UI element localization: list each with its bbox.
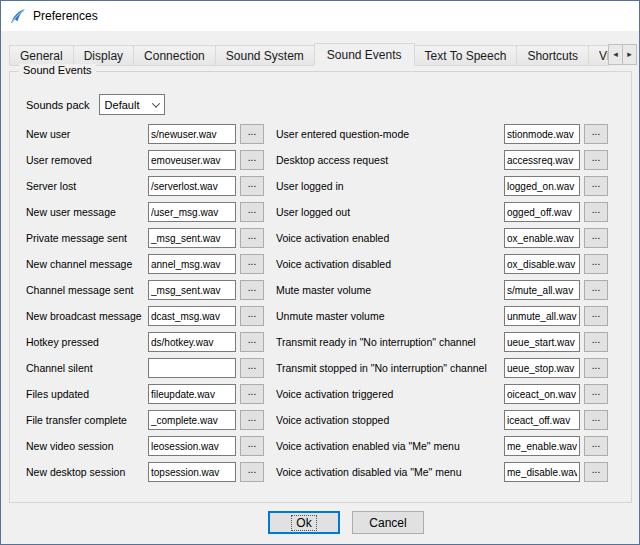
event-columns: New user...User removed...Server lost...… — [26, 124, 623, 488]
sound-event-row: New channel message... — [26, 254, 260, 274]
sound-file-input[interactable] — [148, 202, 236, 222]
sound-file-input[interactable] — [148, 150, 236, 170]
sound-event-label: Voice activation enabled — [276, 232, 500, 244]
sound-event-label: Channel silent — [26, 362, 144, 374]
browse-button[interactable]: ... — [584, 306, 608, 326]
sound-event-label: User logged in — [276, 180, 500, 192]
browse-button[interactable]: ... — [240, 462, 264, 482]
sound-file-input[interactable] — [504, 202, 580, 222]
sound-file-input[interactable] — [504, 124, 580, 144]
sound-file-input[interactable] — [504, 150, 580, 170]
sound-file-input[interactable] — [504, 436, 580, 456]
sound-event-row: Transmit stopped in "No interruption" ch… — [276, 358, 623, 378]
sound-event-label: User removed — [26, 154, 144, 166]
browse-button[interactable]: ... — [240, 358, 264, 378]
sound-event-row: Channel silent... — [26, 358, 260, 378]
tab-connection[interactable]: Connection — [133, 45, 216, 66]
sound-event-row: Private message sent... — [26, 228, 260, 248]
tab-video[interactable]: Video — [588, 45, 609, 66]
sound-event-label: Desktop access request — [276, 154, 500, 166]
tab-sound-system[interactable]: Sound System — [215, 45, 315, 66]
sound-file-input[interactable] — [148, 384, 236, 404]
sound-file-input[interactable] — [148, 436, 236, 456]
tab-scroll-right-button[interactable]: ▸ — [622, 44, 637, 65]
tab-general[interactable]: General — [9, 45, 74, 66]
sound-file-input[interactable] — [148, 410, 236, 430]
browse-button[interactable]: ... — [584, 124, 608, 144]
browse-button[interactable]: ... — [240, 306, 264, 326]
app-icon — [9, 8, 26, 25]
sound-event-row: New user... — [26, 124, 260, 144]
tab-text-to-speech[interactable]: Text To Speech — [414, 45, 518, 66]
sound-event-label: New video session — [26, 440, 144, 452]
sound-event-row: User logged in... — [276, 176, 623, 196]
sound-event-row: User logged out... — [276, 202, 623, 222]
sound-file-input[interactable] — [148, 462, 236, 482]
sound-event-label: New user — [26, 128, 144, 140]
sound-file-input[interactable] — [148, 280, 236, 300]
sound-event-label: Transmit ready in "No interruption" chan… — [276, 336, 500, 348]
browse-button[interactable]: ... — [584, 462, 608, 482]
browse-button[interactable]: ... — [240, 280, 264, 300]
tab-shortcuts[interactable]: Shortcuts — [516, 45, 589, 66]
cancel-button[interactable]: Cancel — [352, 511, 424, 534]
tab-scroll-left-button[interactable]: ◂ — [608, 44, 623, 65]
sound-event-row: Unmute master volume... — [276, 306, 623, 326]
tab-strip: GeneralDisplayConnectionSound SystemSoun… — [9, 43, 609, 66]
sound-file-input[interactable] — [148, 176, 236, 196]
tab-display[interactable]: Display — [73, 45, 134, 66]
browse-button[interactable]: ... — [240, 176, 264, 196]
tab-bar: GeneralDisplayConnectionSound SystemSoun… — [9, 43, 639, 66]
browse-button[interactable]: ... — [584, 202, 608, 222]
browse-button[interactable]: ... — [240, 436, 264, 456]
browse-button[interactable]: ... — [240, 384, 264, 404]
sound-file-input[interactable] — [504, 384, 580, 404]
browse-button[interactable]: ... — [584, 410, 608, 430]
sound-event-row: Transmit ready in "No interruption" chan… — [276, 332, 623, 352]
browse-button[interactable]: ... — [584, 176, 608, 196]
browse-button[interactable]: ... — [240, 150, 264, 170]
sound-file-input[interactable] — [504, 358, 580, 378]
sound-file-input[interactable] — [504, 332, 580, 352]
sound-file-input[interactable] — [148, 228, 236, 248]
browse-button[interactable]: ... — [584, 436, 608, 456]
sound-file-input[interactable] — [148, 254, 236, 274]
sound-file-input[interactable] — [148, 124, 236, 144]
tab-sound-events[interactable]: Sound Events — [314, 43, 415, 66]
sound-file-input[interactable] — [504, 254, 580, 274]
sound-file-input[interactable] — [504, 410, 580, 430]
sound-event-label: New channel message — [26, 258, 144, 270]
sound-file-input[interactable] — [504, 176, 580, 196]
browse-button[interactable]: ... — [240, 254, 264, 274]
sound-file-input[interactable] — [504, 306, 580, 326]
browse-button[interactable]: ... — [240, 124, 264, 144]
window-title: Preferences — [33, 9, 98, 23]
sound-file-input[interactable] — [504, 228, 580, 248]
browse-button[interactable]: ... — [584, 150, 608, 170]
sound-file-input[interactable] — [504, 462, 580, 482]
browse-button[interactable]: ... — [240, 332, 264, 352]
sounds-pack-select[interactable]: Default — [99, 94, 165, 115]
sound-event-label: Voice activation triggered — [276, 388, 500, 400]
sound-file-input[interactable] — [504, 280, 580, 300]
ok-button[interactable]: Ok — [268, 511, 340, 534]
browse-button[interactable]: ... — [584, 358, 608, 378]
sound-file-input[interactable] — [148, 332, 236, 352]
sound-event-row: Files updated... — [26, 384, 260, 404]
sound-file-input[interactable] — [148, 358, 236, 378]
sound-event-row: Voice activation triggered... — [276, 384, 623, 404]
sound-event-label: Channel message sent — [26, 284, 144, 296]
browse-button[interactable]: ... — [584, 384, 608, 404]
chevron-down-icon — [151, 99, 159, 107]
browse-button[interactable]: ... — [240, 228, 264, 248]
sound-file-input[interactable] — [148, 306, 236, 326]
browse-button[interactable]: ... — [240, 202, 264, 222]
browse-button[interactable]: ... — [584, 280, 608, 300]
browse-button[interactable]: ... — [584, 254, 608, 274]
browse-button[interactable]: ... — [584, 332, 608, 352]
sound-event-row: New desktop session... — [26, 462, 260, 482]
sounds-pack-label: Sounds pack — [26, 99, 90, 111]
sound-event-label: New user message — [26, 206, 144, 218]
browse-button[interactable]: ... — [584, 228, 608, 248]
browse-button[interactable]: ... — [240, 410, 264, 430]
